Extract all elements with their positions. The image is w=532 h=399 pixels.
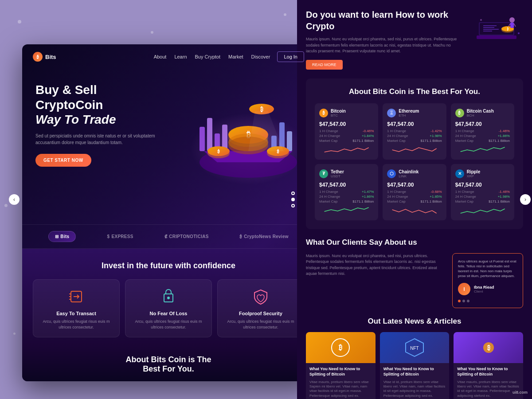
news-card-3[interactable]: ₿ What You Need to Know to Splitting of … xyxy=(454,332,523,399)
chainlink-icon: ⬡ xyxy=(387,169,396,178)
bitcoin-24h-val: +1.84% xyxy=(362,134,374,138)
feature-security: Foolproof Security Arcu, quis ultrices f… xyxy=(217,279,304,337)
usdt-24h-label: 24 H Change xyxy=(319,195,340,199)
bch-24h-val: +1.86% xyxy=(498,134,510,138)
bitcoin-chart xyxy=(319,145,374,154)
cryptonews-label: CryptoNews Review xyxy=(244,234,289,239)
scroll-nav xyxy=(291,192,295,207)
login-button[interactable]: Log In xyxy=(277,51,304,62)
bitcoin-marketcap: Market Cap $171.1 Billion xyxy=(319,139,374,143)
nav-buy[interactable]: Buy Cryptot xyxy=(195,54,220,59)
svg-point-30 xyxy=(167,297,170,299)
nav-market[interactable]: Market xyxy=(228,54,243,59)
bitcoin-icon: ₿ xyxy=(319,109,328,117)
hero-description: Sed ut perspiciatis unde omnis iste natu… xyxy=(35,133,160,146)
eth-mc-val: $171.1 Billion xyxy=(421,139,442,143)
news-section: Out Lates News & Articles ₿ What You Nee… xyxy=(306,317,523,399)
chainlink-header: ⬡ Chainlink LINK xyxy=(387,169,442,178)
chainlink-marketcap: Market Cap $171.1 Billion xyxy=(387,200,442,203)
svg-text:₿: ₿ xyxy=(507,27,509,31)
about-right-title: About Bits Coin is The Best For You. xyxy=(315,87,514,96)
feature-noloss-desc: Arcu, quis ultrices feugiat risus euis m… xyxy=(132,319,205,330)
svg-text:₿: ₿ xyxy=(339,344,342,351)
bch-1h-label: 1 H Change xyxy=(455,129,474,133)
coin-card-bcash[interactable]: ₿ Bitcoin Cash BCH $47,547.00 1 H Change… xyxy=(451,103,514,160)
invest-section: Invest in the future with confidence Eas… xyxy=(22,249,315,346)
ethereum-icon: Ξ xyxy=(387,109,396,117)
bcash-chart xyxy=(455,145,510,154)
learn-title: Do you want to learn How to work Crypto xyxy=(306,9,463,32)
nav-about[interactable]: About xyxy=(154,54,167,59)
bitcoin-24h-label: 24 H Change xyxy=(319,134,340,138)
bitcoin-header: ₿ Bitcoin BTC xyxy=(319,109,374,117)
express-icon: $ xyxy=(107,234,110,239)
left-nav-arrow[interactable]: ‹ xyxy=(9,194,20,205)
learn-graphic: ₿ xyxy=(470,9,523,53)
bch-mc-val: $171.1 Billion xyxy=(489,139,510,143)
hero-title: Buy & Sell CryptoCoin Way To Trade xyxy=(35,82,160,127)
testimonial-user: I Ibna Riead Client xyxy=(458,283,517,295)
carousel-dot-3[interactable] xyxy=(467,300,469,302)
svg-point-45 xyxy=(480,19,482,21)
security-icon xyxy=(251,287,270,306)
tether-header: ₮ Tether USDT xyxy=(319,169,374,178)
news-img-3: ₿ xyxy=(454,332,523,363)
news-card-2[interactable]: NFT What You Need to Know to Splitting o… xyxy=(380,332,450,399)
svg-text:NFT: NFT xyxy=(410,346,419,351)
xrp-1h-val: -1.46% xyxy=(499,190,510,194)
bcash-change-24h: 24 H Change +1.86% xyxy=(455,134,510,138)
link-mc-label: Market Cap xyxy=(387,200,405,203)
tether-name: Tether xyxy=(331,169,344,174)
news-card-1[interactable]: ₿ What You Need to Know to Splitting of … xyxy=(306,332,376,399)
coin-card-bitcoin[interactable]: ₿ Bitcoin BTC $47,547.00 1 H Change -0.4… xyxy=(315,103,378,160)
scroll-nav-dot-3[interactable] xyxy=(291,204,295,207)
hero-cta-button[interactable]: GET START NOW xyxy=(35,154,91,167)
carousel-dot-1[interactable] xyxy=(458,300,461,302)
usdt-24h-val: +1.86% xyxy=(362,195,374,199)
coin-card-chainlink[interactable]: ⬡ Chainlink LINK $47,547.00 1 H Change -… xyxy=(383,164,446,220)
cryptonews-icon: ₿ xyxy=(240,234,242,239)
coin-card-ripple[interactable]: ✕ Ripple XRP $47,547.00 1 H Change -1.46… xyxy=(451,164,514,220)
bg-dot-7 xyxy=(13,332,16,335)
feature-security-title: Foolproof Security xyxy=(224,311,297,316)
about-right-section: About Bits Coin is The Best For You. ₿ B… xyxy=(306,78,523,229)
svg-text:₿: ₿ xyxy=(487,344,490,351)
bitcoin-symbol: BTC xyxy=(331,113,346,117)
coin-card-ethereum[interactable]: Ξ Ethereum ETH $47,547.00 1 H Change -1.… xyxy=(383,103,446,160)
user-role: Client xyxy=(474,289,494,293)
noloss-icon xyxy=(159,287,178,306)
bcash-price: $47,547.00 xyxy=(455,121,510,127)
carousel-dots xyxy=(458,300,517,302)
svg-rect-3 xyxy=(200,127,205,151)
partner-cryptonews: ₿ CryptoNews Review xyxy=(240,234,289,239)
bitcoin-info: Bitcoin BTC xyxy=(331,109,346,117)
user-details: Ibna Riead Client xyxy=(474,285,494,293)
testimonial-description: Mauris ipsum. Nunc eu volutpat orci phar… xyxy=(306,253,447,277)
ethereum-header: Ξ Ethereum ETH xyxy=(387,109,442,117)
svg-rect-8 xyxy=(287,131,292,151)
coin-card-tether[interactable]: ₮ Tether USDT $47,547.00 1 H Change +1.4… xyxy=(315,164,378,220)
right-nav-arrow[interactable]: › xyxy=(520,194,531,205)
invest-title: Invest in the future with confidence xyxy=(33,261,304,270)
eth-24h-label: 24 H Change xyxy=(387,134,408,138)
ethereum-change-24h: 24 H Change +1.98% xyxy=(387,134,442,138)
bcash-icon: ₿ xyxy=(455,109,464,117)
logo-text: Bits xyxy=(45,54,56,60)
scroll-nav-dot-2[interactable] xyxy=(291,198,295,201)
tether-symbol: USDT xyxy=(331,174,344,178)
carousel-dot-2[interactable] xyxy=(462,300,465,302)
nav-learn[interactable]: Learn xyxy=(174,54,187,59)
usdt-1h-label: 1 H Change xyxy=(319,190,338,194)
ripple-name: Ripple xyxy=(467,169,481,174)
learn-description: Mauris ipsum. Nunc eu volutpat orci phar… xyxy=(306,36,463,55)
ethereum-name: Ethereum xyxy=(399,109,419,113)
scroll-nav-dot-1[interactable] xyxy=(291,192,295,195)
news-desc-3: Vitae mauris, pretium libero sem vitae l… xyxy=(457,380,520,399)
testimonial-quote: Arcu ultrices augue ut Fuerat est erat f… xyxy=(458,259,517,279)
xrp-mc-label: Market Cap xyxy=(455,200,473,203)
xrp-mc-val: $171.1 Billion xyxy=(489,200,510,203)
nav-discover[interactable]: Discover xyxy=(251,54,270,59)
ripple-change-24h: 24 H Change +1.98% xyxy=(455,195,510,199)
ripple-symbol: XRP xyxy=(467,174,481,178)
usdt-mc-val: $171.1 Billion xyxy=(352,200,374,203)
